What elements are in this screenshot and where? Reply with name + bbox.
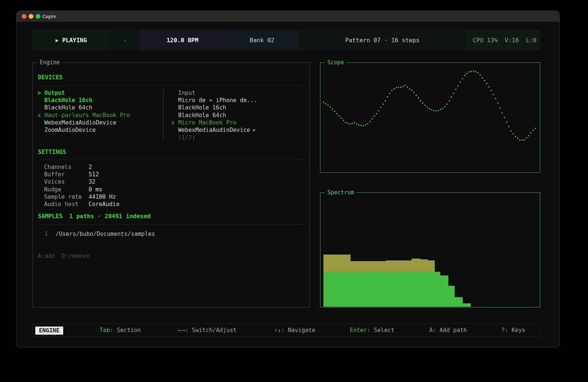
shortcut-key: Enter: [350, 327, 370, 334]
indent [171, 104, 178, 111]
setting-value[interactable]: 512 [89, 171, 99, 178]
device-item[interactable]: BlackHole 64ch [37, 104, 130, 111]
spectrum-bar-olive [351, 261, 386, 272]
device-item[interactable]: > Output [37, 89, 130, 97]
samples-heading: SAMPLES1 paths · 20491 indexed [38, 213, 151, 220]
device-label: Output [44, 90, 65, 96]
spectrum-bar-green [455, 297, 463, 307]
setting-value[interactable]: 44100 Hz [89, 194, 116, 200]
device-item[interactable]: WebexMediaAudioDevice [37, 119, 130, 126]
device-label: Micro MacBook Pro [178, 119, 237, 126]
setting-row: Audio hostCoreAudio [44, 201, 119, 208]
shortcut-label: Switch/Adjust [189, 327, 237, 334]
setting-row: Nudge0 ms [44, 186, 119, 193]
device-label: BlackHole 64ch [178, 112, 226, 119]
spectrum-bar-olive [323, 255, 351, 272]
bank-display[interactable]: Bank 02 [225, 30, 299, 50]
device-item[interactable]: WebexMediaAudioDevice ▼ [171, 126, 257, 134]
settings-list: Channels2Buffer512Voices32Nudge0 msSampl… [44, 163, 119, 208]
shortcut-hint: Tab: Section [100, 324, 141, 336]
samples-hint: A:add D:remove [38, 253, 89, 259]
transport-label: PLAYING [62, 37, 87, 44]
setting-value[interactable]: CoreAudio [89, 201, 119, 208]
spectrum-bar-green [448, 286, 455, 307]
indent [37, 104, 44, 111]
spectrum-bar-green [323, 272, 440, 307]
setting-value[interactable]: 32 [89, 179, 96, 185]
bpm-display[interactable]: 120.0 BPM [140, 30, 225, 50]
shortcut-label: Add path [436, 327, 467, 334]
maximize-button[interactable] [36, 14, 40, 19]
device-item[interactable]: x Haut-parleurs MacBook Pro [37, 112, 130, 119]
sample-path-row[interactable]: 1/Users/bubo/Documents/samples [44, 230, 155, 238]
setting-label: Channels [44, 163, 89, 171]
setting-value[interactable]: 0 ms [89, 186, 102, 193]
scope-panel: Scope [320, 62, 540, 173]
shortcut-label: Section [113, 327, 141, 334]
device-item[interactable]: Micro de « iPhone de... [171, 97, 257, 104]
device-label: Input [178, 90, 196, 96]
device-item[interactable]: x Micro MacBook Pro [171, 119, 257, 126]
swing-indicator[interactable]: - [110, 30, 140, 50]
indent [37, 127, 44, 133]
spectrum-bar-green [463, 303, 471, 307]
shortcut-hint: ←→: Switch/Adjust [178, 324, 237, 336]
samples-meta: 1 paths · 20491 indexed [69, 213, 151, 220]
shortcut-hint: A: Add path [429, 324, 467, 336]
device-item[interactable]: BlackHole 64ch [171, 112, 257, 119]
setting-label: Voices [44, 178, 89, 185]
indent [171, 112, 178, 119]
close-button[interactable] [22, 14, 26, 19]
spectrum-display [322, 194, 539, 307]
spectrum-bar-green [440, 275, 448, 307]
column-divider [163, 89, 164, 142]
device-item[interactable]: ZoomAudioDevice [37, 126, 130, 134]
device-item[interactable]: BlackHole 16ch [37, 97, 130, 104]
spectrum-bar-olive [386, 260, 412, 272]
cpu-voices-status: CPU 13% V:16 L:0 [466, 30, 540, 50]
device-label: BlackHole 64ch [44, 104, 93, 111]
shortcut-key: Tab: [100, 327, 113, 334]
shortcut-key: ↑↓: [274, 327, 284, 334]
path-index: 1 [44, 230, 55, 238]
shortcut-hint: ↑↓: Navigate [274, 324, 315, 336]
transport-indicator[interactable]: ▶PLAYING [32, 30, 110, 50]
section-divider [37, 160, 305, 160]
minimize-button[interactable] [29, 14, 33, 19]
window-title: Cagire [42, 11, 56, 22]
setting-row: Sample rate44100 Hz [44, 193, 119, 201]
device-label: BlackHole 16ch [44, 97, 93, 104]
indent [37, 119, 44, 126]
shortcut-key: ?: [501, 327, 508, 334]
shortcut-label: Navigate [284, 327, 315, 334]
device-label: Haut-parleurs MacBook Pro [44, 112, 130, 119]
indent [171, 134, 178, 141]
pattern-display[interactable]: Pattern 07 · 16 steps [299, 30, 466, 50]
shortcut-label: Select [370, 327, 394, 334]
output-device-list: > Output BlackHole 16ch BlackHole 64chx … [37, 89, 130, 134]
app-window: Cagire ▶PLAYING - 120.0 BPM Bank 02 Patt… [17, 11, 559, 347]
mode-badge[interactable]: ENGINE [35, 327, 63, 335]
device-label: BlackHole 16ch [178, 104, 226, 111]
indent [171, 90, 178, 96]
scope-waveform [322, 64, 539, 172]
setting-row: Channels2 [44, 163, 119, 171]
indent [171, 97, 178, 104]
section-divider [37, 86, 305, 86]
device-label: Micro de « iPhone de... [178, 97, 257, 104]
shortcut-label: Keys [508, 327, 526, 334]
device-label: WebexMediaAudioDevice [178, 127, 250, 133]
device-item[interactable]: Input [171, 89, 257, 97]
device-label: WebexMediaAudioDevice [44, 119, 116, 126]
spectrum-bar-olive [428, 260, 435, 271]
engine-panel: Engine DEVICES > Output BlackHole 16ch B… [32, 62, 310, 307]
device-label: ZoomAudioDevice [44, 127, 96, 133]
device-item[interactable]: BlackHole 16ch [171, 104, 257, 111]
status-bar: ▶PLAYING - 120.0 BPM Bank 02 Pattern 07 … [32, 30, 540, 50]
shortcut-hint: Enter: Select [350, 324, 394, 336]
device-item[interactable]: (1/7) [171, 134, 257, 141]
selector-arrow-icon: > [37, 90, 44, 96]
device-label: (1/7) [178, 134, 196, 141]
setting-value[interactable]: 2 [89, 164, 92, 170]
spectrum-bar-olive [412, 259, 420, 272]
